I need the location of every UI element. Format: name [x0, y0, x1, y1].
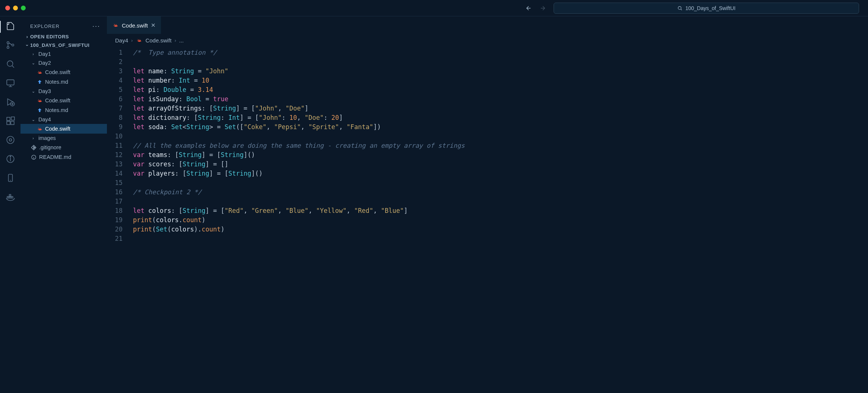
extensions-activity-button[interactable]: [5, 116, 16, 126]
tab-close-button[interactable]: ✕: [151, 22, 156, 29]
titlebar: 100_Days_of_SwiftUI: [0, 0, 868, 16]
svg-rect-8: [7, 121, 10, 125]
tree-item-label: .gitignore: [39, 144, 61, 150]
tree-file[interactable]: .gitignore: [20, 143, 107, 152]
markdown-icon: [36, 107, 43, 114]
markdown-icon: [36, 79, 43, 85]
swift-icon: [112, 22, 119, 29]
tree-file[interactable]: Code.swift: [20, 67, 107, 77]
tree-file[interactable]: Code.swift: [20, 96, 107, 105]
project-section[interactable]: › 100_DAYS_OF_SWIFTUI: [20, 41, 107, 49]
tree-folder[interactable]: ⌄Day4: [20, 115, 107, 124]
svg-point-1: [7, 42, 9, 44]
code-content[interactable]: /* Type annotation */ let name: String =…: [133, 48, 868, 243]
nav-forward-button[interactable]: [539, 5, 546, 12]
tree-item-label: Code.swift: [45, 98, 70, 103]
svg-point-11: [7, 136, 14, 144]
chevron-icon: ⌄: [30, 61, 36, 66]
tree-file[interactable]: Notes.md: [20, 77, 107, 87]
tree-item-label: images: [38, 135, 56, 141]
swift-icon: [36, 97, 43, 104]
tree-item-label: Code.swift: [45, 69, 70, 75]
source-control-activity-button[interactable]: [5, 40, 16, 50]
tree-item-label: Day1: [38, 51, 51, 57]
swift-icon: [36, 69, 43, 76]
open-editors-label: OPEN EDITORS: [30, 34, 69, 39]
line-numbers: 123456789101112131415161718192021: [107, 48, 133, 243]
gitlens-activity-button[interactable]: [5, 135, 16, 145]
tree-item-label: Notes.md: [45, 79, 68, 85]
window-maximize-button[interactable]: [21, 6, 26, 10]
breadcrumb-more[interactable]: ...: [179, 37, 184, 44]
tree-folder[interactable]: ›Day1: [20, 49, 107, 58]
tabs-bar: Code.swift ✕: [107, 16, 868, 34]
explorer-activity-button[interactable]: [5, 21, 16, 31]
svg-rect-7: [7, 117, 10, 121]
swift-icon: [136, 37, 142, 44]
tree-folder[interactable]: ⌄Day3: [20, 87, 107, 96]
tree-item-label: Code.swift: [45, 126, 70, 132]
svg-rect-5: [7, 80, 14, 85]
file-tree: ›Day1⌄Day2Code.swiftNotes.md⌄Day3Code.sw…: [20, 49, 107, 162]
device-activity-button[interactable]: [5, 173, 16, 183]
svg-point-19: [33, 146, 34, 147]
sidebar-title: EXPLORER: [30, 23, 60, 29]
sidebar: EXPLORER ··· › OPEN EDITORS › 100_DAYS_O…: [20, 16, 107, 393]
sidebar-more-button[interactable]: ···: [92, 22, 100, 30]
svg-point-4: [7, 61, 13, 66]
svg-rect-15: [7, 196, 9, 198]
tree-item-label: Notes.md: [45, 107, 68, 113]
breadcrumbs: Day4 › Code.swift › ...: [107, 34, 868, 47]
tree-item-label: README.md: [39, 154, 71, 160]
git-icon: [30, 144, 37, 151]
svg-point-12: [9, 139, 12, 141]
svg-point-2: [7, 47, 9, 48]
command-center-text: 100_Days_of_SwiftUI: [685, 5, 736, 11]
svg-rect-10: [11, 117, 15, 120]
remote-explorer-activity-button[interactable]: [5, 78, 16, 88]
sidebar-header: EXPLORER ···: [20, 16, 107, 32]
chevron-down-icon: ›: [25, 42, 30, 48]
breadcrumb-file[interactable]: Code.swift: [145, 37, 171, 44]
command-center[interactable]: 100_Days_of_SwiftUI: [554, 3, 859, 14]
svg-point-21: [34, 147, 35, 148]
info-icon: [30, 154, 37, 160]
window-minimize-button[interactable]: [13, 6, 18, 10]
chevron-icon: ⌄: [30, 117, 36, 122]
chevron-icon: ›: [30, 136, 36, 140]
github-activity-button[interactable]: [5, 154, 16, 164]
code-editor[interactable]: 123456789101112131415161718192021 /* Typ…: [107, 47, 868, 243]
chevron-icon: ⌄: [30, 89, 36, 94]
tree-file[interactable]: Notes.md: [20, 105, 107, 115]
activity-bar: [0, 16, 20, 393]
nav-arrows: [525, 5, 546, 12]
tree-file[interactable]: README.md: [20, 152, 107, 162]
svg-rect-18: [9, 195, 10, 196]
chevron-right-icon: ›: [24, 34, 30, 39]
tree-item-label: Day2: [38, 60, 51, 66]
swift-icon: [36, 125, 43, 132]
tree-folder[interactable]: ⌄Day2: [20, 58, 107, 67]
nav-back-button[interactable]: [525, 5, 532, 12]
svg-point-0: [678, 6, 681, 9]
svg-point-3: [12, 44, 13, 46]
tree-folder[interactable]: ›images: [20, 134, 107, 143]
chevron-right-icon: ›: [174, 38, 176, 43]
tab-code-swift[interactable]: Code.swift ✕: [107, 16, 161, 34]
tree-item-label: Day4: [38, 116, 51, 122]
window-close-button[interactable]: [5, 6, 10, 10]
search-activity-button[interactable]: [5, 59, 16, 69]
chevron-icon: ›: [30, 52, 36, 56]
run-debug-activity-button[interactable]: [5, 97, 16, 107]
svg-point-20: [33, 148, 34, 148]
chevron-right-icon: ›: [131, 38, 133, 43]
editor-area: Code.swift ✕ Day4 › Code.swift › ... 123…: [107, 16, 868, 393]
tab-filename: Code.swift: [122, 22, 148, 29]
tree-item-label: Day3: [38, 88, 51, 94]
docker-activity-button[interactable]: [5, 192, 16, 202]
breadcrumb-folder[interactable]: Day4: [115, 37, 128, 44]
svg-rect-17: [11, 196, 13, 198]
svg-rect-9: [11, 121, 14, 125]
open-editors-section[interactable]: › OPEN EDITORS: [20, 32, 107, 41]
tree-file[interactable]: Code.swift: [20, 124, 107, 134]
